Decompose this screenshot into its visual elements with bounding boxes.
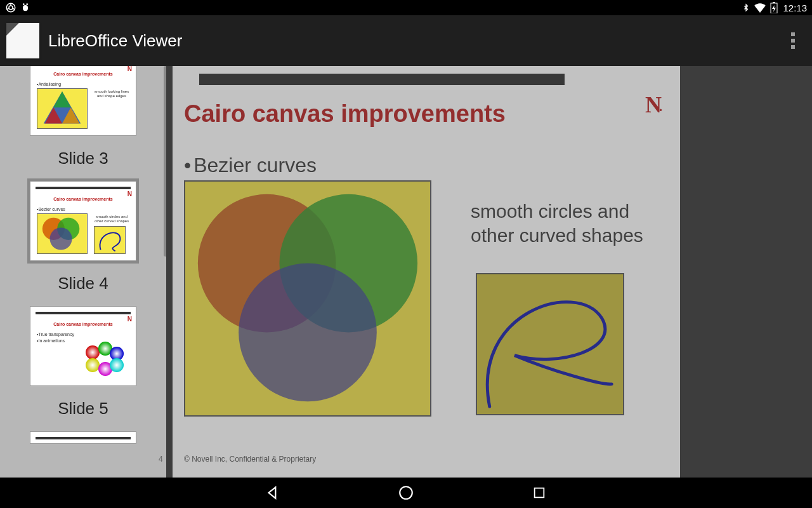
svg-point-13 bbox=[49, 227, 72, 250]
app-action-bar: LibreOffice Viewer bbox=[0, 15, 812, 66]
svg-point-1 bbox=[9, 6, 13, 10]
slide-bullet-text: Bezier curves bbox=[184, 154, 317, 177]
status-time: 12:13 bbox=[783, 3, 807, 13]
svg-point-2 bbox=[23, 3, 25, 5]
slide-view-area[interactable]: N Cairo canvas improvements Bezier curve… bbox=[166, 66, 812, 478]
app-title: LibreOffice Viewer bbox=[48, 31, 182, 51]
slide-thumb-item[interactable] bbox=[0, 431, 166, 444]
svg-marker-10 bbox=[53, 91, 70, 107]
slide-footer: © Novell Inc, Confidential & Proprietary bbox=[184, 455, 316, 464]
svg-point-19 bbox=[110, 358, 124, 372]
slide-canvas: N Cairo canvas improvements Bezier curve… bbox=[173, 66, 680, 478]
android-debug-icon bbox=[20, 2, 30, 13]
slide-title: Cairo canvas improvements bbox=[184, 100, 506, 128]
android-status-bar: 12:13 bbox=[0, 0, 812, 15]
kebab-icon bbox=[791, 32, 795, 49]
slide-caption-text: smooth circles and other curved shapes bbox=[471, 199, 667, 247]
slide-thumb-item[interactable]: N Cairo canvas improvements •True transp… bbox=[0, 306, 166, 425]
android-nav-bar bbox=[0, 478, 812, 508]
wifi-icon bbox=[754, 3, 766, 13]
nav-home-button[interactable] bbox=[396, 483, 416, 502]
svg-point-3 bbox=[26, 3, 28, 5]
bluetooth-icon bbox=[742, 2, 750, 13]
venn-diagram-graphic bbox=[184, 180, 431, 417]
svg-rect-6 bbox=[773, 2, 775, 3]
slide-thumbnail-panel[interactable]: N Cairo canvas improvements •Antialiasin… bbox=[0, 66, 166, 478]
svg-rect-4 bbox=[23, 5, 28, 11]
svg-point-17 bbox=[86, 358, 100, 372]
nav-back-button[interactable] bbox=[263, 483, 282, 502]
slide-header-bar bbox=[199, 74, 565, 85]
content-body: N Cairo canvas improvements •Antialiasin… bbox=[0, 66, 812, 478]
slide-thumb-item[interactable]: N Cairo canvas improvements •Bezier curv… bbox=[0, 181, 166, 300]
svg-point-22 bbox=[239, 264, 377, 402]
overflow-menu-button[interactable] bbox=[780, 28, 806, 53]
slide-page-number: 4 bbox=[159, 455, 163, 464]
svg-rect-24 bbox=[535, 488, 544, 498]
slide-thumb-item[interactable]: N Cairo canvas improvements •Antialiasin… bbox=[0, 66, 166, 175]
slide-label: Slide 5 bbox=[0, 389, 166, 425]
nav-recents-button[interactable] bbox=[530, 483, 549, 502]
svg-point-14 bbox=[86, 345, 100, 359]
bezier-curve-graphic bbox=[476, 273, 624, 415]
slide-label: Slide 3 bbox=[0, 138, 166, 175]
slide-label: Slide 4 bbox=[0, 264, 166, 300]
svg-point-23 bbox=[400, 486, 412, 499]
battery-charging-icon bbox=[770, 2, 778, 13]
libreoffice-icon bbox=[6, 23, 39, 58]
novell-logo: N bbox=[645, 91, 665, 118]
chrome-icon bbox=[5, 2, 16, 13]
